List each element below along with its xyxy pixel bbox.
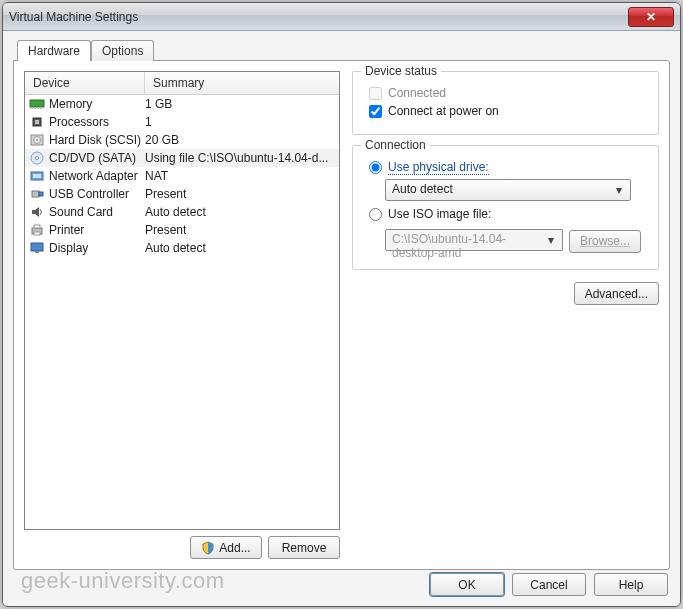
usb-icon [29,187,45,201]
device-row-disk[interactable]: Hard Disk (SCSI)20 GB [25,131,339,149]
device-status-legend: Device status [361,64,441,78]
net-icon [29,169,45,183]
device-name: Processors [49,115,145,129]
device-summary: Auto detect [145,205,335,219]
svg-rect-6 [35,120,39,124]
device-name: Printer [49,223,145,237]
device-column: Device Summary Memory1 GBProcessors1Hard… [24,71,340,559]
settings-window: Virtual Machine Settings ✕ Hardware Opti… [2,2,681,607]
close-button[interactable]: ✕ [628,7,674,27]
device-name: Hard Disk (SCSI) [49,133,145,147]
device-summary: Using file C:\ISO\ubuntu-14.04-d... [145,151,335,165]
connected-checkbox: Connected [369,86,648,100]
svg-point-9 [36,139,38,141]
svg-rect-2 [34,107,36,109]
cancel-label: Cancel [530,578,567,592]
tab-panel-hardware: Device Summary Memory1 GBProcessors1Hard… [13,60,670,570]
device-row-usb[interactable]: USB ControllerPresent [25,185,339,203]
dialog-footer: OK Cancel Help [430,573,668,596]
ok-label: OK [458,578,475,592]
browse-label: Browse... [580,234,630,248]
device-row-net[interactable]: Network AdapterNAT [25,167,339,185]
header-device[interactable]: Device [25,72,145,94]
device-summary: NAT [145,169,335,183]
close-icon: ✕ [646,10,656,24]
iso-label: Use ISO image file: [388,207,491,221]
physical-drive-radio[interactable]: Use physical drive: [369,160,648,175]
device-row-memory[interactable]: Memory1 GB [25,95,339,113]
svg-rect-20 [35,251,39,253]
physical-drive-input[interactable] [369,161,382,174]
cpu-icon [29,115,45,129]
iso-radio[interactable]: Use ISO image file: [369,207,648,221]
physical-drive-value: Auto detect [392,182,453,196]
svg-rect-3 [37,107,39,109]
svg-point-11 [35,156,38,159]
device-summary: 1 GB [145,97,335,111]
device-summary: 1 [145,115,335,129]
connected-label: Connected [388,86,446,100]
client-area: Hardware Options Device Summary Memory1 … [3,31,680,606]
svg-rect-1 [31,107,33,109]
svg-rect-18 [34,232,40,235]
chevron-down-icon: ▾ [544,233,558,247]
iso-input[interactable] [369,208,382,221]
chevron-down-icon: ▾ [612,183,626,197]
disk-icon [29,133,45,147]
svg-rect-17 [34,225,40,228]
device-name: CD/DVD (SATA) [49,151,145,165]
svg-rect-19 [31,243,43,251]
detail-column: Device status Connected Connect at power… [352,71,659,559]
cancel-button[interactable]: Cancel [512,573,586,596]
connection-group: Connection Use physical drive: Auto dete… [352,145,659,270]
device-row-sound[interactable]: Sound CardAuto detect [25,203,339,221]
iso-path-combo: C:\ISO\ubuntu-14.04-desktop-amd ▾ [385,229,563,251]
browse-button: Browse... [569,230,641,253]
add-button[interactable]: Add... [190,536,262,559]
svg-rect-15 [39,192,43,196]
device-list: Device Summary Memory1 GBProcessors1Hard… [24,71,340,530]
shield-icon [201,541,215,555]
help-button[interactable]: Help [594,573,668,596]
titlebar: Virtual Machine Settings ✕ [3,3,680,31]
remove-label: Remove [282,541,327,555]
header-summary[interactable]: Summary [145,72,339,94]
device-name: Sound Card [49,205,145,219]
help-label: Help [619,578,644,592]
svg-rect-14 [32,191,39,197]
device-list-header: Device Summary [25,72,339,95]
display-icon [29,241,45,255]
device-name: USB Controller [49,187,145,201]
physical-drive-label[interactable]: Use physical drive: [388,160,489,175]
connect-poweron-label: Connect at power on [388,104,499,118]
advanced-label: Advanced... [585,287,648,301]
device-name: Memory [49,97,145,111]
device-summary: Present [145,223,335,237]
tab-options[interactable]: Options [91,40,154,61]
device-summary: Auto detect [145,241,335,255]
device-name: Display [49,241,145,255]
connected-input [369,87,382,100]
connect-poweron-checkbox[interactable]: Connect at power on [369,104,648,118]
window-title: Virtual Machine Settings [9,10,138,24]
device-summary: Present [145,187,335,201]
svg-rect-0 [30,100,44,107]
memory-icon [29,97,45,111]
iso-path-value: C:\ISO\ubuntu-14.04-desktop-amd [392,232,506,260]
device-name: Network Adapter [49,169,145,183]
device-row-display[interactable]: DisplayAuto detect [25,239,339,257]
physical-drive-combo[interactable]: Auto detect ▾ [385,179,631,201]
device-summary: 20 GB [145,133,335,147]
ok-button[interactable]: OK [430,573,504,596]
remove-button[interactable]: Remove [268,536,340,559]
device-status-group: Device status Connected Connect at power… [352,71,659,135]
device-row-cpu[interactable]: Processors1 [25,113,339,131]
device-row-cd[interactable]: CD/DVD (SATA)Using file C:\ISO\ubuntu-14… [25,149,339,167]
svg-rect-13 [33,174,41,178]
tab-hardware[interactable]: Hardware [17,40,91,61]
advanced-button[interactable]: Advanced... [574,282,659,305]
connect-poweron-input[interactable] [369,105,382,118]
device-row-printer[interactable]: PrinterPresent [25,221,339,239]
svg-rect-4 [40,107,42,109]
tabstrip: Hardware Options Device Summary Memory1 … [13,39,670,570]
